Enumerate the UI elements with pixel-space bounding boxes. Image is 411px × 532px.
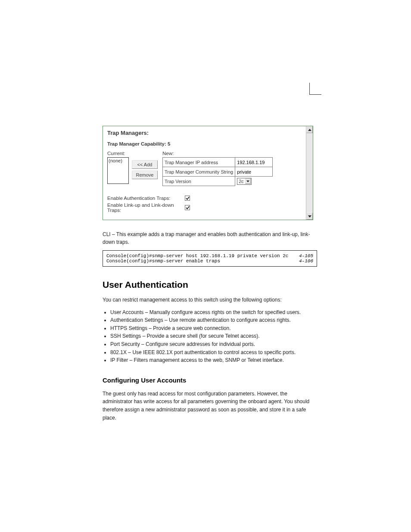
cli-intro-text: CLI – This example adds a trap manager a… bbox=[103, 230, 317, 246]
new-fields-table: Trap Manager IP address Trap Manager Com… bbox=[162, 157, 273, 186]
version-select[interactable]: 2c bbox=[237, 178, 252, 185]
cli-ref-2: 4-106 bbox=[295, 258, 313, 264]
new-label: New: bbox=[162, 151, 308, 156]
bullet-auth-settings: Authentication Settings – Use remote aut… bbox=[110, 316, 317, 324]
svg-marker-0 bbox=[246, 180, 249, 182]
cli-box: Console(config)#snmp-server host 192.168… bbox=[103, 250, 317, 267]
trap-managers-panel: Trap Managers: Trap Manager Capability: … bbox=[103, 126, 313, 220]
cli-line-1: Console(config)#snmp-server host 192.168… bbox=[106, 253, 288, 258]
scroll-up-icon[interactable] bbox=[306, 126, 313, 133]
ip-input[interactable] bbox=[237, 160, 271, 165]
bullet-user-accounts: User Accounts – Manually configure acces… bbox=[110, 308, 317, 317]
cli-ref-1: 4-105 bbox=[295, 253, 313, 258]
bullet-ssh: SSH Settings – Provide a secure shell (f… bbox=[110, 332, 317, 340]
add-button[interactable]: << Add bbox=[132, 160, 158, 169]
link-traps-checkbox[interactable] bbox=[185, 205, 190, 210]
remove-button[interactable]: Remove bbox=[132, 171, 158, 179]
cli-line-2: Console(config)#snmp-server enable traps bbox=[106, 258, 220, 264]
auth-intro-paragraph: You can restrict management access to th… bbox=[103, 296, 317, 304]
heading-configuring-user-accounts: Configuring User Accounts bbox=[103, 376, 317, 384]
heading-user-authentication: User Authentication bbox=[103, 280, 317, 290]
community-label: Trap Manager Community String bbox=[163, 167, 235, 177]
auth-traps-checkbox[interactable] bbox=[185, 196, 190, 201]
version-label: Trap Version bbox=[163, 177, 235, 186]
scrollbar[interactable] bbox=[306, 126, 313, 220]
svg-marker-1 bbox=[308, 129, 311, 131]
crop-mark bbox=[309, 83, 321, 95]
auth-traps-label: Enable Authentication Traps: bbox=[107, 196, 185, 201]
current-listbox[interactable]: (none) bbox=[107, 157, 129, 184]
panel-title: Trap Managers: bbox=[107, 130, 308, 136]
version-value: 2c bbox=[239, 179, 244, 184]
bullet-https: HTTPS Settings – Provide a secure web co… bbox=[110, 324, 317, 333]
bullet-ip-filter: IP Filter – Filters management access to… bbox=[110, 356, 317, 364]
community-input[interactable] bbox=[237, 169, 271, 174]
config-accounts-paragraph: The guest only has read access for most … bbox=[103, 390, 317, 422]
chevron-down-icon bbox=[245, 178, 251, 184]
capability-label: Trap Manager Capability: 5 bbox=[107, 141, 308, 146]
bullet-8021x: 802.1X – Use IEEE 802.1X port authentica… bbox=[110, 348, 317, 357]
ip-label: Trap Manager IP address bbox=[163, 158, 235, 167]
link-traps-label: Enable Link-up and Link-down Traps: bbox=[107, 202, 185, 213]
scroll-down-icon[interactable] bbox=[306, 213, 313, 220]
bullet-port-security: Port Security – Configure secure address… bbox=[110, 340, 317, 348]
svg-marker-2 bbox=[308, 215, 311, 218]
current-label: Current: bbox=[107, 151, 129, 156]
